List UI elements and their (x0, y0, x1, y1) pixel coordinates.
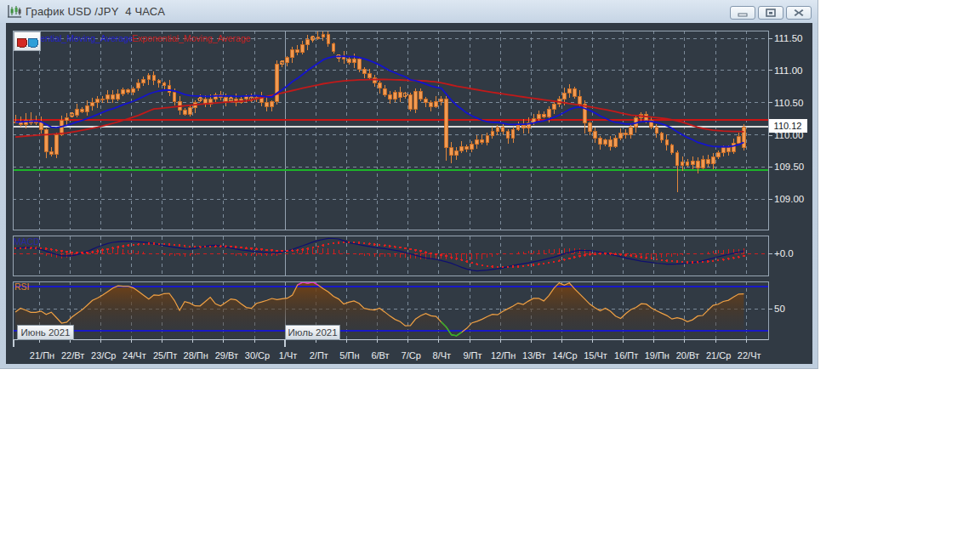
svg-text:110.50: 110.50 (774, 98, 803, 108)
svg-text:+0.0: +0.0 (774, 248, 794, 258)
svg-text:20/Вт: 20/Вт (676, 350, 699, 361)
svg-text:22/Вт: 22/Вт (61, 350, 84, 361)
svg-text:5/Пн: 5/Пн (339, 350, 359, 361)
svg-text:1/Чт: 1/Чт (279, 350, 298, 361)
svg-text:23/Ср: 23/Ср (91, 350, 116, 361)
svg-text:29/Вт: 29/Вт (215, 350, 238, 361)
svg-text:2/Пт: 2/Пт (310, 350, 328, 361)
svg-text:9/Пт: 9/Пт (463, 350, 481, 361)
svg-text:6/Вт: 6/Вт (371, 350, 389, 361)
svg-text:24/Чт: 24/Чт (122, 350, 146, 361)
svg-text:Июнь 2021: Июнь 2021 (20, 327, 70, 338)
svg-text:109.00: 109.00 (774, 194, 804, 204)
svg-text:13/Вт: 13/Вт (522, 350, 545, 361)
svg-text:14/Ср: 14/Ср (552, 350, 577, 361)
svg-text:111.00: 111.00 (774, 65, 802, 76)
svg-text:50: 50 (774, 304, 785, 314)
svg-text:7/Ср: 7/Ср (402, 350, 421, 361)
svg-text:15/Чт: 15/Чт (584, 350, 607, 361)
svg-text:Июль 2021: Июль 2021 (288, 327, 338, 338)
svg-text:21/Пн: 21/Пн (30, 350, 54, 361)
svg-text:21/Ср: 21/Ср (706, 350, 731, 361)
svg-text:MACD: MACD (14, 236, 40, 247)
svg-text:28/Пн: 28/Пн (184, 350, 208, 361)
svg-text:12/Пн: 12/Пн (491, 350, 516, 361)
svg-text:ential_Moving_Average: ential_Moving_Average (41, 33, 134, 43)
svg-text:16/Пт: 16/Пт (614, 350, 638, 361)
svg-text:109.50: 109.50 (774, 162, 804, 172)
svg-text:30/Ср: 30/Ср (245, 350, 270, 361)
svg-text:Exponential_Moving_Average: Exponential_Moving_Average (132, 33, 250, 43)
svg-text:8/Чт: 8/Чт (433, 350, 452, 361)
svg-text:22/Чт: 22/Чт (738, 350, 761, 361)
svg-text:111.50: 111.50 (774, 33, 802, 43)
svg-text:19/Пн: 19/Пн (645, 350, 669, 361)
svg-text:110.12: 110.12 (774, 121, 802, 131)
svg-text:25/Пт: 25/Пт (153, 350, 177, 361)
svg-text:RSI: RSI (14, 281, 30, 292)
